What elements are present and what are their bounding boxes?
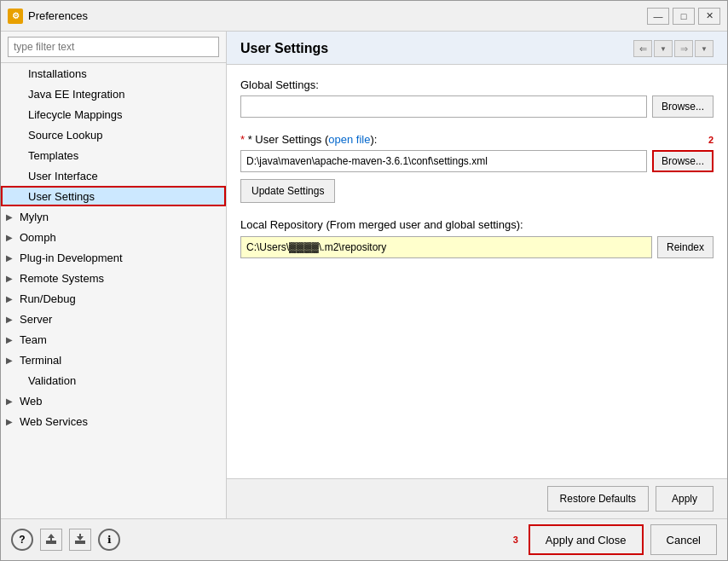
tree-arrow xyxy=(6,274,18,283)
tree-label: Java EE Integration xyxy=(28,88,124,101)
open-file-link[interactable]: open file xyxy=(328,133,370,146)
tree-arrow xyxy=(6,396,18,406)
global-settings-input[interactable] xyxy=(240,95,647,118)
global-settings-label: Global Settings: xyxy=(240,78,714,91)
export-icon xyxy=(44,532,58,546)
tree-item-java-ee[interactable]: Java EE Integration xyxy=(1,84,226,104)
tree-item-installations[interactable]: Installations xyxy=(1,63,226,84)
tree-label: Plug-in Development xyxy=(20,252,123,264)
tree-label: User Settings xyxy=(28,190,95,203)
tree-label: Source Lookup xyxy=(28,129,102,142)
global-settings-row: Browse... xyxy=(240,95,714,118)
tree-label: Validation xyxy=(28,374,76,387)
user-settings-row: 2 Browse... xyxy=(240,150,714,172)
user-settings-label: * * User Settings (open file): xyxy=(240,133,714,146)
tree-item-mylyn[interactable]: Mylyn xyxy=(1,206,226,227)
footer-right: 3 Apply and Close Cancel xyxy=(513,524,717,555)
tree-label: Team xyxy=(20,333,47,346)
reindex-button[interactable]: Reindex xyxy=(657,236,714,258)
badge-2: 2 xyxy=(708,135,714,145)
user-settings-section: * * User Settings (open file): 2 Browse.… xyxy=(240,133,714,203)
svg-rect-0 xyxy=(46,541,56,542)
right-panel-title: User Settings xyxy=(240,41,328,56)
tree-item-server[interactable]: Server xyxy=(1,309,226,329)
tree-label: Lifecycle Mappings xyxy=(28,108,123,121)
main-content: Installations Java EE Integration Lifecy… xyxy=(1,32,727,518)
tree-label: Oomph xyxy=(20,231,56,244)
nav-forward-dropdown[interactable]: ▼ xyxy=(695,40,714,57)
window-title: Preferences xyxy=(28,9,647,22)
tree-item-team[interactable]: Team xyxy=(1,329,226,350)
tree-item-templates[interactable]: Templates xyxy=(1,145,226,165)
tree-item-web[interactable]: Web xyxy=(1,390,226,411)
tree-label: Mylyn xyxy=(20,211,49,223)
local-repo-row: Reindex xyxy=(240,236,714,258)
tree-arrow xyxy=(6,233,18,242)
export-button[interactable] xyxy=(40,529,62,551)
badge-3: 3 xyxy=(513,535,518,545)
tree-item-plugin-dev[interactable]: Plug-in Development xyxy=(1,247,226,268)
import-button[interactable] xyxy=(69,529,91,551)
tree-label: Web xyxy=(20,395,43,408)
tree-item-run-debug[interactable]: Run/Debug xyxy=(1,288,226,309)
tree-item-remote-systems[interactable]: Remote Systems xyxy=(1,268,226,288)
maximize-button[interactable]: □ xyxy=(673,8,695,25)
app-icon: ⚙ xyxy=(8,9,23,24)
update-settings-button[interactable]: Update Settings xyxy=(240,179,335,203)
tree-item-lifecycle[interactable]: Lifecycle Mappings xyxy=(1,104,226,124)
tree-item-web-services[interactable]: Web Services xyxy=(1,411,226,431)
tree-item-oomph[interactable]: Oomph xyxy=(1,227,226,247)
footer-icons: ? ℹ xyxy=(11,529,120,551)
right-header: User Settings ⇐ ▼ ⇒ ▼ xyxy=(227,32,727,65)
tree-label: Run/Debug xyxy=(20,292,76,305)
svg-marker-5 xyxy=(77,534,84,541)
tree-arrow xyxy=(6,417,18,426)
tree-arrow xyxy=(6,212,18,222)
footer: ? ℹ 3 Apply and Close Cancel xyxy=(1,518,727,560)
svg-rect-1 xyxy=(46,542,56,544)
apply-button[interactable]: Apply xyxy=(656,486,714,512)
window-controls: — □ ✕ xyxy=(647,8,720,25)
restore-defaults-button[interactable]: Restore Defaults xyxy=(547,486,649,512)
nav-forward-button[interactable]: ⇒ xyxy=(674,40,693,57)
tree-container: Installations Java EE Integration Lifecy… xyxy=(1,63,226,518)
tree-item-validation[interactable]: Validation xyxy=(1,370,226,390)
tree-label: Terminal xyxy=(20,354,61,367)
tree-label: User Interface xyxy=(28,170,98,182)
tree-arrow xyxy=(6,315,18,324)
filter-box xyxy=(1,32,226,63)
import-icon xyxy=(73,532,87,546)
title-bar: ⚙ Preferences — □ ✕ xyxy=(1,1,727,32)
nav-back-button[interactable]: ⇐ xyxy=(633,40,652,57)
minimize-button[interactable]: — xyxy=(647,8,669,25)
local-repo-section: Local Repository (From merged user and g… xyxy=(240,218,714,258)
svg-rect-3 xyxy=(75,541,85,542)
info-button[interactable]: ℹ xyxy=(98,529,120,551)
filter-input[interactable] xyxy=(8,37,219,57)
svg-rect-4 xyxy=(75,542,85,544)
local-repo-input[interactable] xyxy=(240,236,652,258)
tree-label: Templates xyxy=(28,149,78,162)
tree-item-terminal[interactable]: Terminal xyxy=(1,350,226,370)
svg-marker-2 xyxy=(48,534,55,541)
close-button[interactable]: ✕ xyxy=(698,8,720,25)
tree-item-source-lookup[interactable]: Source Lookup xyxy=(1,124,226,145)
help-button[interactable]: ? xyxy=(11,529,33,551)
tree-label: Web Services xyxy=(20,415,88,428)
nav-back-dropdown[interactable]: ▼ xyxy=(654,40,673,57)
local-repo-label: Local Repository (From merged user and g… xyxy=(240,218,714,231)
tree-label: Remote Systems xyxy=(20,272,104,285)
tree-arrow xyxy=(6,294,18,304)
tree-item-user-interface[interactable]: User Interface xyxy=(1,165,226,186)
tree-arrow xyxy=(6,356,18,365)
apply-close-button[interactable]: Apply and Close xyxy=(529,524,644,555)
global-settings-section: Global Settings: Browse... xyxy=(240,78,714,118)
cancel-button[interactable]: Cancel xyxy=(650,524,717,555)
nav-buttons: ⇐ ▼ ⇒ ▼ xyxy=(633,40,714,57)
global-browse-button[interactable]: Browse... xyxy=(652,95,714,118)
user-settings-input[interactable] xyxy=(240,150,647,172)
tree-item-user-settings[interactable]: User Settings xyxy=(1,186,226,206)
right-body: Global Settings: Browse... * * User Sett… xyxy=(227,65,727,478)
user-browse-button[interactable]: Browse... xyxy=(652,150,714,172)
tree-label: Installations xyxy=(28,67,87,80)
